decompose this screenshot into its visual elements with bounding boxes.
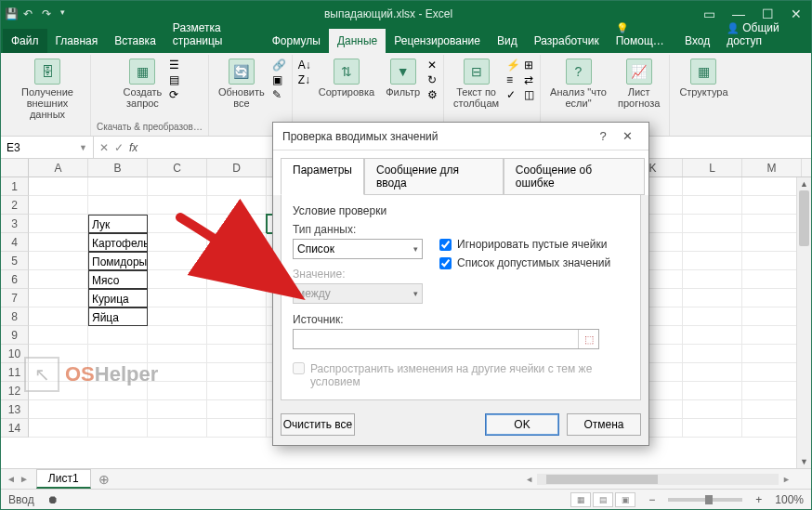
cell[interactable] [29, 177, 88, 196]
tab-home[interactable]: Главная [47, 29, 107, 53]
cell[interactable] [207, 196, 267, 215]
ignore-blank-checkbox[interactable]: Игнорировать пустые ячейки [439, 238, 610, 251]
remove-duplicates-icon[interactable]: ≡ [506, 73, 520, 86]
cell[interactable] [148, 326, 207, 345]
in-cell-dropdown-checkbox[interactable]: Список допустимых значений [439, 256, 610, 269]
qat-dropdown-icon[interactable]: ▾ [60, 7, 73, 20]
scroll-down-icon[interactable]: ▼ [797, 455, 811, 468]
enter-formula-icon[interactable]: ✓ [114, 141, 124, 154]
cell[interactable] [148, 307, 207, 326]
cell[interactable] [148, 400, 207, 419]
sheet-next-icon[interactable]: ► [20, 474, 29, 484]
cell[interactable] [148, 196, 207, 215]
cell[interactable] [88, 382, 148, 400]
view-pagelayout-icon[interactable]: ▤ [593, 492, 613, 507]
text-to-columns-button[interactable]: ⊟ Текст по столбцам [450, 57, 503, 111]
hscroll-right-icon[interactable]: ► [782, 475, 791, 484]
cell[interactable] [683, 419, 742, 438]
cell[interactable] [29, 270, 88, 289]
cell[interactable] [742, 400, 802, 419]
cell[interactable]: Курица [88, 289, 148, 307]
filter-button[interactable]: ▼ Фильтр [382, 57, 424, 99]
row-header[interactable]: 9 [1, 326, 29, 345]
select-all-corner[interactable] [1, 159, 29, 177]
recent-sources-icon[interactable]: ⟳ [169, 88, 179, 101]
col-header[interactable]: M [742, 159, 802, 177]
tab-file[interactable]: Файл [3, 29, 47, 53]
show-queries-icon[interactable]: ☰ [169, 59, 179, 72]
cell[interactable] [207, 326, 267, 345]
cell[interactable] [29, 215, 88, 233]
sort-button[interactable]: ⇅ Сортировка [315, 57, 378, 99]
cell[interactable] [742, 419, 802, 438]
relationships-icon[interactable]: ⇄ [524, 73, 534, 86]
cell[interactable]: Мясо [88, 270, 148, 289]
cell[interactable]: Помидоры [88, 252, 148, 270]
row-header[interactable]: 4 [1, 233, 29, 252]
cell[interactable] [683, 233, 742, 252]
new-sheet-icon[interactable]: ⊕ [98, 472, 110, 487]
cell[interactable] [207, 289, 267, 307]
tab-review[interactable]: Рецензирование [386, 29, 489, 53]
cell[interactable] [207, 252, 267, 270]
redo-icon[interactable]: ↷ [42, 7, 55, 20]
cell[interactable] [683, 400, 742, 419]
dialog-tab-error-alert[interactable]: Сообщение об ошибке [504, 158, 645, 195]
dialog-close-icon[interactable]: ✕ [615, 129, 639, 143]
flash-fill-icon[interactable]: ⚡ [506, 59, 520, 72]
data-model-icon[interactable]: ◫ [524, 88, 534, 101]
from-table-icon[interactable]: ▤ [169, 73, 179, 86]
clear-all-button[interactable]: Очистить все [281, 413, 355, 436]
cell[interactable] [207, 400, 267, 419]
cell[interactable] [148, 289, 207, 307]
cell[interactable] [683, 270, 742, 289]
horizontal-scrollbar[interactable] [537, 474, 779, 485]
cell[interactable] [742, 326, 802, 345]
cell[interactable] [742, 196, 802, 215]
cell[interactable] [148, 233, 207, 252]
cell[interactable] [207, 233, 267, 252]
chevron-down-icon[interactable]: ▼ [79, 143, 87, 152]
zoom-level[interactable]: 100% [775, 493, 804, 506]
tab-data[interactable]: Данные [329, 29, 386, 53]
outline-button[interactable]: ▦ Структура [675, 57, 731, 99]
dialog-titlebar[interactable]: Проверка вводимых значений ? ✕ [273, 123, 648, 150]
row-header[interactable]: 3 [1, 215, 29, 233]
scroll-up-icon[interactable]: ▲ [797, 177, 811, 190]
cell[interactable] [683, 215, 742, 233]
cell[interactable] [207, 363, 267, 382]
scroll-thumb[interactable] [799, 190, 809, 246]
sheet-prev-icon[interactable]: ◄ [7, 474, 16, 484]
new-query-button[interactable]: ▦ Создать запрос [120, 57, 166, 111]
row-header[interactable]: 11 [1, 363, 29, 382]
cell[interactable] [88, 363, 148, 382]
zoom-knob[interactable] [705, 495, 713, 504]
cell[interactable] [29, 289, 88, 307]
cell[interactable] [742, 233, 802, 252]
view-pagebreak-icon[interactable]: ▣ [615, 492, 635, 507]
cell[interactable] [29, 363, 88, 382]
tab-formulas[interactable]: Формулы [264, 29, 329, 53]
tab-pagelayout[interactable]: Разметка страницы [164, 16, 264, 53]
type-combo[interactable]: Список ▾ [293, 239, 423, 259]
cell[interactable] [742, 252, 802, 270]
row-header[interactable]: 8 [1, 307, 29, 326]
cell[interactable] [29, 307, 88, 326]
cell[interactable] [148, 382, 207, 400]
range-picker-icon[interactable]: ⬚ [578, 330, 598, 348]
sheet-tab[interactable]: Лист1 [36, 469, 91, 489]
cell[interactable] [148, 345, 207, 363]
cell[interactable] [742, 270, 802, 289]
edit-links-icon[interactable]: ✎ [272, 88, 286, 101]
cell[interactable] [148, 177, 207, 196]
share-button[interactable]: Общий доступ [718, 16, 809, 53]
col-header[interactable]: D [207, 159, 267, 177]
tab-insert[interactable]: Вставка [106, 29, 164, 53]
row-header[interactable]: 14 [1, 419, 29, 438]
cell[interactable] [207, 382, 267, 400]
zoom-slider[interactable] [668, 498, 742, 502]
cell[interactable] [88, 196, 148, 215]
cell[interactable] [88, 400, 148, 419]
undo-icon[interactable]: ↶ [23, 7, 36, 20]
cell[interactable] [207, 307, 267, 326]
